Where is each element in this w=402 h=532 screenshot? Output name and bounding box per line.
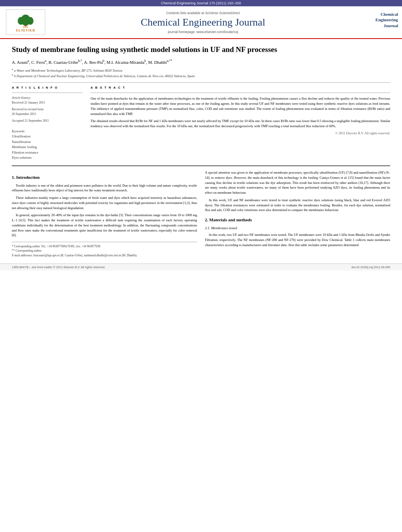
affil-sup-a3: a,** — [167, 59, 172, 63]
right-para-1: A special attention was given to the app… — [205, 170, 391, 195]
subsection21-heading: 2.1. Membranes tested — [205, 226, 391, 231]
body-content: 1. Introduction Textile industry is one … — [12, 170, 390, 258]
footnote-corresponding-2: ** Corresponding author. — [12, 248, 197, 253]
journal-abbreviation: ChemicalEngineeringJournal — [359, 9, 398, 35]
svg-point-3 — [27, 17, 33, 25]
elsevier-brand-text: ELSEVIER — [16, 29, 35, 32]
footer-doi: doi:10.1016/j.cej.2011.09.093 — [352, 265, 390, 269]
affil-sup-b2: b — [103, 59, 104, 63]
revised-date: Received in revised form20 September 201… — [12, 107, 83, 116]
section2-text: In this work, two UF and two NF membrane… — [205, 232, 391, 247]
intro-para-1: Textile industry is one of the oldest an… — [12, 183, 197, 193]
affiliation-b: b b Department of Chemical and Nuclear E… — [12, 73, 390, 79]
journal-abbrev-text: ChemicalEngineeringJournal — [376, 11, 398, 28]
keyword-2: Nanofiltration — [12, 139, 83, 145]
affil-sup-b3: b — [144, 59, 146, 63]
keyword-5: Dyes solutions — [12, 155, 83, 161]
authors-line: A. Aounia, C. Fersia, B. Cuartas-Uribeb,… — [12, 59, 390, 65]
abstract-text: One of the main drawbacks for the applic… — [91, 96, 390, 129]
abstract-para-2: The obtained results showed that Rf/Rt f… — [91, 119, 390, 129]
accepted-date: Accepted 21 September 2011 — [12, 119, 83, 123]
main-content: Study of membrane fouling using syntheti… — [0, 39, 402, 263]
footer-bar: 1385-8947/$ – see front matter © 2011 El… — [0, 263, 402, 271]
journal-title: Chemical Engineering Journal — [141, 17, 265, 28]
body-right-column: A special attention was given to the app… — [205, 170, 391, 258]
footnote-emails: E-mail addresses: beacuauri@iqn.upv.es (… — [12, 253, 197, 258]
affil-sup-b1: b,* — [78, 59, 82, 63]
journal-header-center: Contents lists available at SciVerse Sci… — [51, 9, 355, 35]
journal-reference-text: Chemical Engineering Journal 175 (2011) … — [161, 1, 241, 5]
abstract-heading: A B S T R A C T — [91, 86, 390, 89]
footnote-corresponding-1: * Corresponding author. Tel.: +34 963877… — [12, 244, 197, 248]
history-label: Article history: — [12, 96, 83, 100]
abstract-para-1: One of the main drawbacks for the applic… — [91, 96, 390, 116]
affiliations: a a Water and Membrane Technologies Labo… — [12, 68, 390, 78]
introduction-heading: 1. Introduction — [12, 174, 197, 181]
paper-title: Study of membrane fouling using syntheti… — [12, 45, 390, 55]
affil-sup-a2: a — [45, 59, 46, 63]
footer-issn: 1385-8947/$ – see front matter © 2011 El… — [12, 265, 105, 269]
main-divider — [12, 165, 390, 166]
abstract-column: A B S T R A C T One of the main drawback… — [91, 86, 390, 161]
abstract-divider — [91, 93, 390, 93]
article-info-column: A R T I C L E I N F O Article history: R… — [12, 86, 83, 161]
svg-point-2 — [18, 17, 24, 25]
journal-homepage: journal homepage: www.elsevier.com/locat… — [168, 30, 238, 34]
footnotes-section: * Corresponding author. Tel.: +34 963877… — [12, 242, 197, 258]
keyword-4: Filtration resistance — [12, 150, 83, 156]
elsevier-tree-icon — [15, 12, 37, 28]
elsevier-logo-box: ELSEVIER — [6, 9, 45, 35]
section-divider — [12, 82, 390, 83]
affil-sup-a1: a — [28, 59, 29, 63]
article-info-abstract-section: A R T I C L E I N F O Article history: R… — [12, 86, 390, 161]
journal-header: ELSEVIER Contents lists available at Sci… — [0, 6, 402, 39]
keywords-list: Ultrafiltration Nanofiltration Membrane … — [12, 134, 83, 161]
section2-heading: 2. Materials and methods — [205, 217, 391, 223]
journal-reference-bar: Chemical Engineering Journal 175 (2011) … — [0, 0, 402, 6]
keyword-1: Ultrafiltration — [12, 134, 83, 139]
received-date: Received 21 January 2011 — [12, 100, 83, 105]
keywords-label: Keywords: — [12, 130, 83, 133]
article-info-heading: A R T I C L E I N F O — [12, 86, 83, 89]
keyword-3: Membrane fouling — [12, 145, 83, 150]
article-info-divider — [12, 93, 83, 93]
affiliation-a: a a Water and Membrane Technologies Labo… — [12, 68, 390, 73]
intro-para-2: These industries mainly require a large … — [12, 195, 197, 210]
copyright-notice: © 2011 Elsevier B.V. All rights reserved… — [91, 131, 390, 135]
elsevier-logo: ELSEVIER — [4, 9, 47, 35]
sciverse-text: Contents lists available at SciVerse Sci… — [166, 11, 240, 15]
intro-para-3: In general, approximately 20–40% of the … — [12, 213, 197, 238]
page-container: Chemical Engineering Journal 175 (2011) … — [0, 0, 402, 271]
body-left-column: 1. Introduction Textile industry is one … — [12, 170, 197, 258]
right-para-2: In this work, UF and NF membranes were t… — [205, 198, 391, 213]
